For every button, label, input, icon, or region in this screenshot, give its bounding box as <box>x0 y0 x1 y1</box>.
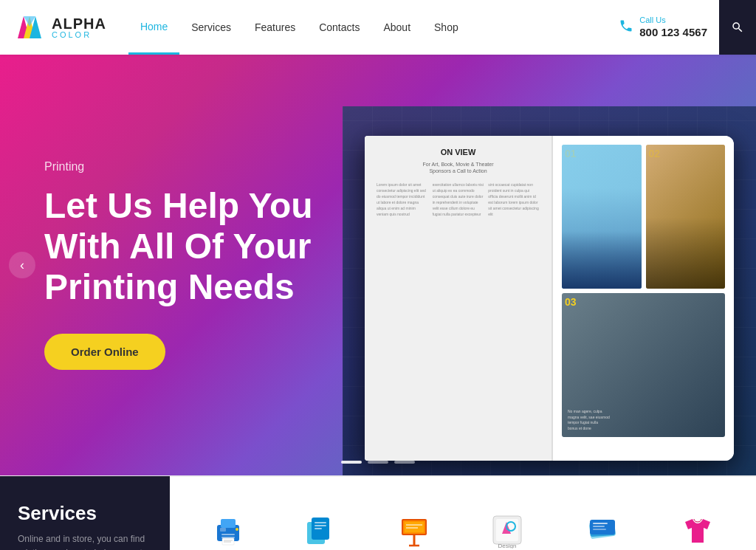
logo[interactable]: ALPHA COLOR <box>15 12 106 43</box>
outdoor-icon <box>394 510 434 550</box>
logo-color: COLOR <box>52 31 106 39</box>
service-design[interactable]: Design Design <box>487 510 527 550</box>
logo-icon <box>15 12 46 43</box>
svg-text:Design: Design <box>498 543 517 549</box>
search-button[interactable] <box>719 0 756 55</box>
service-copy[interactable]: Copy <box>301 510 341 550</box>
slider-dots <box>341 461 415 464</box>
mag-num-3: 03 <box>565 296 721 308</box>
service-tshirt[interactable]: T-Shirt <box>678 510 718 550</box>
magazine-book: ON VIEW For Art, Book, Movie & TheaterSp… <box>365 136 734 461</box>
svg-point-12 <box>236 528 238 531</box>
service-print[interactable]: Print <box>208 510 248 550</box>
magazine-mockup: ON VIEW For Art, Book, Movie & TheaterSp… <box>343 106 756 475</box>
hero-image: ON VIEW For Art, Book, Movie & TheaterSp… <box>343 106 756 475</box>
svg-rect-34 <box>593 529 606 530</box>
print-icon <box>208 510 248 550</box>
logo-text: ALPHA COLOR <box>52 16 106 39</box>
hero-title: Let Us Help You With All Of Your Printin… <box>44 185 340 308</box>
nav-contacts[interactable]: Contacts <box>307 0 371 55</box>
services-label: Services Online and in store, you can fi… <box>0 476 170 550</box>
service-promotion[interactable]: Promotional <box>580 505 625 550</box>
svg-rect-8 <box>220 528 226 532</box>
svg-rect-22 <box>405 522 424 532</box>
services-description: Online and in store, you can find printi… <box>18 532 152 550</box>
mag-body-text: Lorem ipsum dolor sit amet consectetur a… <box>377 182 540 217</box>
phone-icon <box>619 18 633 37</box>
call-label: Call Us <box>639 16 707 25</box>
hero-subtitle: Printing <box>44 160 340 173</box>
mag-cell-2: 02 <box>646 145 726 289</box>
logo-alpha: ALPHA <box>52 16 106 31</box>
svg-rect-5 <box>221 519 236 528</box>
dot-1[interactable] <box>341 461 362 464</box>
nav-links: Home Services Features Contacts About Sh… <box>128 0 619 55</box>
mag-left-page: ON VIEW For Art, Book, Movie & TheaterSp… <box>365 136 553 461</box>
svg-rect-16 <box>315 525 326 526</box>
nav-services[interactable]: Services <box>179 0 243 55</box>
services-icons: Print Copy <box>170 476 756 550</box>
nav-features[interactable]: Features <box>243 0 307 55</box>
mag-page-subtitle: For Art, Book, Movie & TheaterSponsors a… <box>377 161 540 174</box>
mag-cell-3: 03 No man agere, culpamagna velit, sae e… <box>562 293 725 437</box>
svg-rect-33 <box>593 526 605 527</box>
copy-icon <box>301 510 341 550</box>
mag-cell-1: 01 <box>562 145 642 289</box>
call-us: Call Us 800 123 4567 <box>619 16 707 38</box>
services-bar: Services Online and in store, you can fi… <box>0 475 756 550</box>
call-number: 800 123 4567 <box>639 26 707 39</box>
nav-about[interactable]: About <box>371 0 422 55</box>
design-icon: Design <box>487 510 527 550</box>
hero-content: Printing Let Us Help You With All Of You… <box>0 55 384 475</box>
svg-rect-15 <box>315 522 326 523</box>
service-outdoor[interactable]: Outdoor <box>394 510 434 550</box>
hero-section: ‹ Printing Let Us Help You With All Of Y… <box>0 55 756 475</box>
svg-rect-32 <box>593 523 608 524</box>
nav-right: Call Us 800 123 4567 <box>619 0 741 55</box>
slider-prev-button[interactable]: ‹ <box>9 252 35 278</box>
svg-rect-6 <box>221 534 235 535</box>
nav-home[interactable]: Home <box>128 0 179 55</box>
svg-rect-7 <box>221 537 235 538</box>
navbar: ALPHA COLOR Home Services Features Conta… <box>0 0 756 55</box>
tshirt-icon <box>678 510 718 550</box>
svg-rect-17 <box>315 528 322 529</box>
mag-page-title: ON VIEW <box>377 148 540 157</box>
dot-2[interactable] <box>368 461 388 464</box>
call-text: Call Us 800 123 4567 <box>639 16 707 38</box>
mag-grid: 01 02 03 No ma <box>562 145 725 437</box>
order-online-button[interactable]: Order Online <box>44 334 165 370</box>
nav-shop[interactable]: Shop <box>422 0 470 55</box>
dot-3[interactable] <box>394 461 415 464</box>
services-title: Services <box>18 502 152 525</box>
promotion-icon <box>583 505 622 545</box>
mag-right-page: 01 02 03 No ma <box>553 136 734 461</box>
